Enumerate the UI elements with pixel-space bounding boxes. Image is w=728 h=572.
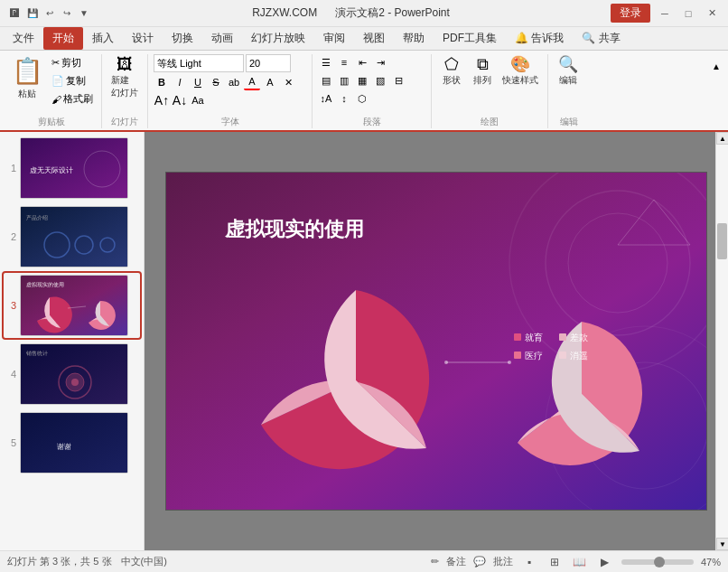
format-painter-button[interactable]: 🖌格式刷	[49, 90, 96, 108]
highlight-button[interactable]: A	[262, 74, 278, 90]
bold-button[interactable]: B	[154, 74, 170, 90]
svg-point-27	[444, 361, 448, 364]
font-group: B I U S ab A A ✕ A↑ A↓ Aa 字体	[150, 54, 313, 128]
text-direction-button[interactable]: ↕A	[318, 90, 334, 107]
clear-format-button[interactable]: ✕	[280, 74, 296, 90]
menu-pdf[interactable]: PDF工具集	[434, 27, 506, 50]
copy-button[interactable]: 📄复制	[49, 72, 96, 89]
reading-view-button[interactable]: 📖	[571, 554, 589, 570]
svg-text:虚拟现实的使用: 虚拟现实的使用	[26, 281, 64, 287]
zoom-slider[interactable]	[621, 559, 694, 565]
menu-share[interactable]: 🔍 共享	[573, 27, 629, 50]
menu-animation[interactable]: 动画	[202, 27, 242, 50]
align-right-button[interactable]: ▦	[354, 72, 370, 89]
font-size-input[interactable]	[246, 54, 291, 72]
status-bar: 幻灯片 第 3 张，共 5 张 中文(中国) ✏ 备注 💬 批注 ▪ ⊞ 📖 ▶…	[0, 550, 728, 572]
spacing-row: ↕A ↕ ⬡	[318, 90, 370, 107]
maximize-button[interactable]: □	[679, 5, 697, 23]
menu-transition[interactable]: 切换	[163, 27, 202, 50]
customize-icon[interactable]: ▼	[77, 6, 91, 21]
menu-bar: 文件 开始 插入 设计 切换 动画 幻灯片放映 审阅 视图 帮助 PDF工具集 …	[0, 27, 728, 51]
svg-rect-31	[559, 333, 566, 341]
columns-button[interactable]: ⊟	[390, 72, 406, 89]
redo-icon[interactable]: ↪	[60, 6, 74, 21]
title-bar-left: 🅿 💾 ↩ ↪ ▼	[7, 6, 91, 21]
align-row: ▤ ▥ ▦ ▧ ⊟	[318, 72, 406, 89]
title-bar-center: RJZXW.COM 演示文稿2 - PowerPoint	[91, 5, 611, 21]
menu-home[interactable]: 开始	[43, 27, 83, 50]
decrease-indent-button[interactable]: ⇤	[354, 54, 370, 70]
font-color-button[interactable]: A	[244, 74, 260, 90]
slide-sorter-button[interactable]: ⊞	[546, 554, 564, 570]
arrange-icon: ⧉	[477, 56, 489, 72]
menu-design[interactable]: 设计	[123, 27, 163, 50]
bullets-button[interactable]: ☰	[318, 54, 334, 70]
font-size-row: A↑ A↓ Aa	[154, 92, 206, 108]
strikethrough-button[interactable]: S	[208, 74, 224, 90]
quick-access-toolbar: 💾 ↩ ↪ ▼	[25, 6, 91, 21]
justify-button[interactable]: ▧	[372, 72, 388, 89]
save-icon[interactable]: 💾	[25, 6, 40, 21]
menu-view[interactable]: 视图	[354, 27, 394, 50]
find-button[interactable]: 🔍 编辑	[554, 54, 583, 89]
new-slide-button[interactable]: 🖼 新建幻灯片	[107, 54, 142, 101]
slide-thumb-4[interactable]: 4 销售统计	[4, 342, 140, 407]
align-center-button[interactable]: ▥	[336, 72, 352, 89]
undo-icon[interactable]: ↩	[42, 6, 57, 21]
change-case-button[interactable]: Aa	[190, 92, 206, 108]
smartart-button[interactable]: ⬡	[354, 90, 370, 107]
comments-label[interactable]: 批注	[493, 555, 513, 568]
close-button[interactable]: ✕	[703, 5, 721, 23]
paste-button[interactable]: 📋 粘贴	[8, 54, 47, 102]
comments-icon: 💬	[473, 556, 486, 567]
menu-help[interactable]: 帮助	[394, 27, 434, 50]
quick-style-button[interactable]: 🎨 快速样式	[499, 54, 542, 89]
italic-button[interactable]: I	[172, 74, 188, 90]
increase-indent-button[interactable]: ⇥	[372, 54, 388, 70]
svg-text:消遥: 消遥	[570, 351, 588, 361]
svg-rect-35	[559, 352, 566, 359]
svg-point-28	[508, 361, 511, 364]
minimize-button[interactable]: ─	[656, 5, 674, 23]
website-label: RJZXW.COM	[252, 6, 317, 19]
menu-tell[interactable]: 🔔 告诉我	[506, 27, 573, 50]
scroll-up-button[interactable]: ▲	[716, 132, 728, 145]
menu-review[interactable]: 审阅	[314, 27, 354, 50]
font-size-up-button[interactable]: A↑	[154, 92, 170, 108]
login-button[interactable]: 登录	[611, 4, 650, 23]
svg-rect-29	[514, 333, 521, 341]
menu-file[interactable]: 文件	[4, 27, 43, 50]
shadow-button[interactable]: ab	[226, 74, 242, 90]
format-painter-icon: 🖌	[51, 94, 61, 105]
notes-label[interactable]: 备注	[446, 555, 466, 568]
slide-thumb-2[interactable]: 2 产品介绍	[4, 204, 140, 269]
zoom-thumb[interactable]	[654, 557, 665, 567]
font-name-input[interactable]	[154, 54, 244, 72]
slide-info: 幻灯片 第 3 张，共 5 张	[7, 555, 112, 568]
align-left-button[interactable]: ▤	[318, 72, 334, 89]
numbering-button[interactable]: ≡	[336, 54, 352, 70]
paste-icon: 📋	[12, 56, 43, 86]
slide-thumb-1[interactable]: 1 虚无天际设计	[4, 136, 140, 201]
line-spacing-button[interactable]: ↕	[336, 90, 352, 107]
menu-insert[interactable]: 插入	[83, 27, 123, 50]
slide-thumb-3[interactable]: 3 虚拟现实的使用	[4, 273, 140, 338]
svg-text:产品介绍: 产品介绍	[26, 214, 48, 220]
slide-thumb-5[interactable]: 5 谢谢	[4, 410, 140, 475]
scroll-down-button[interactable]: ▼	[716, 538, 728, 550]
slide-canvas-3[interactable]: 虚拟现实的使用	[165, 172, 707, 511]
slides-label: 幻灯片	[107, 116, 142, 128]
collapse-ribbon-button[interactable]: ▲	[708, 58, 724, 74]
shape-button[interactable]: ⬠ 形状	[437, 54, 466, 89]
menu-slideshow[interactable]: 幻灯片放映	[242, 27, 314, 50]
normal-view-button[interactable]: ▪	[520, 554, 538, 570]
slide-svg: 虚拟现实的使用	[166, 173, 707, 511]
slideshow-button[interactable]: ▶	[596, 554, 614, 570]
font-size-down-button[interactable]: A↓	[172, 92, 188, 108]
slide-num-4: 4	[5, 369, 16, 380]
arrange-button[interactable]: ⧉ 排列	[468, 54, 497, 89]
cut-button[interactable]: ✂剪切	[49, 54, 96, 71]
scroll-thumb[interactable]	[717, 223, 727, 259]
underline-button[interactable]: U	[190, 74, 206, 90]
font-name-row	[154, 54, 291, 72]
